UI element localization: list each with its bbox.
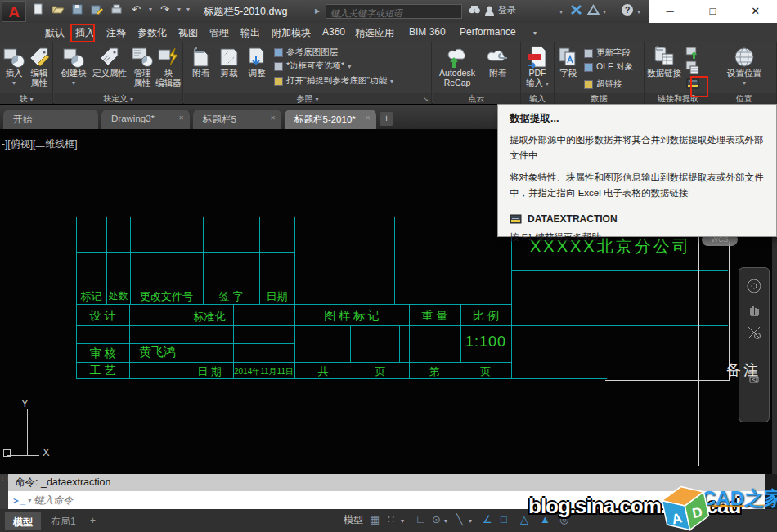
tab-parametric[interactable]: 参数化 — [137, 26, 167, 40]
link-data-button[interactable] — [685, 60, 699, 78]
plot-icon[interactable] — [110, 2, 124, 16]
annotation-monitor-icon[interactable]: ∠ — [483, 513, 492, 525]
data-link-button[interactable]: 数据链接 — [646, 46, 682, 78]
tab-annotate[interactable]: 注释 — [106, 26, 126, 40]
adjust-button[interactable]: 调整 — [244, 46, 270, 78]
maximize-button[interactable]: □ — [691, 0, 734, 23]
save-as-icon[interactable] — [90, 2, 104, 16]
define-attribute-button[interactable]: 定义属性 — [92, 46, 128, 78]
manage-attributes-button[interactable]: 管理 属性 — [129, 46, 155, 87]
isoplane-icon[interactable]: ╲ — [456, 513, 463, 525]
close-button[interactable]: ✕ — [734, 0, 777, 23]
panel-label-data[interactable]: 数据 — [555, 93, 644, 104]
new-drawing-tab-button[interactable]: + — [380, 112, 393, 126]
panel-label-point-cloud[interactable]: 点云 — [433, 93, 520, 104]
undo-caret-icon[interactable]: ▾ — [149, 6, 152, 13]
panel-label-reference[interactable]: 参照 ▾ — [184, 93, 431, 104]
open-file-icon[interactable] — [51, 2, 65, 16]
polar-caret-icon[interactable]: ▾ — [444, 517, 447, 525]
clip-button[interactable]: 剪裁 — [216, 46, 242, 78]
file-tab-titleblock5[interactable]: 标题栏5✕ — [193, 110, 281, 129]
zoom-icon[interactable] — [747, 325, 761, 340]
steering-wheel-icon[interactable] — [746, 278, 762, 294]
edit-attribute-button[interactable]: 编辑 属性 — [27, 46, 52, 87]
save-icon[interactable] — [70, 2, 84, 16]
snap-caret-icon[interactable]: ▾ — [401, 517, 404, 525]
redo-icon[interactable]: ↷ — [158, 2, 172, 16]
help-icon[interactable]: ? — [622, 4, 633, 16]
field-button[interactable]: 字段 — [556, 46, 581, 78]
a360-icon[interactable] — [587, 4, 600, 16]
ribbon-tab-row: 默认 插入 注释 参数化 视图 管理 输出 附加模块 A360 精选应用 BIM… — [0, 23, 777, 42]
grid-display-icon[interactable]: ▦ — [370, 513, 380, 525]
reference-dialog-launcher-icon[interactable]: ↘ — [423, 96, 429, 103]
tab-close-icon[interactable]: ✕ — [270, 114, 276, 122]
new-layout-button[interactable]: + — [82, 512, 104, 530]
update-field-button[interactable]: 更新字段 — [584, 47, 631, 59]
block-editor-button[interactable]: 块 编辑器 — [155, 46, 182, 87]
new-file-icon[interactable] — [31, 2, 45, 16]
tab-bim360[interactable]: BIM 360 — [409, 26, 446, 38]
recent-commands-icon[interactable]: ▾ — [28, 497, 31, 504]
hyperlink-button[interactable]: 超链接 — [584, 78, 622, 90]
dynamic-input-icon[interactable]: △ — [520, 513, 528, 525]
tab-close-icon[interactable]: ✕ — [365, 114, 371, 122]
frame-option-button[interactable]: *边框可变选项* ▾ — [274, 60, 351, 72]
polar-tracking-icon[interactable]: ⊙ — [432, 513, 441, 525]
tab-manage[interactable]: 管理 — [209, 26, 229, 40]
watermark-cube-logo: A D — [659, 484, 712, 532]
a360-caret-icon[interactable]: ▾ — [603, 8, 606, 16]
command-window-grip[interactable]: ⋮⋮ — [0, 474, 8, 509]
object-snap-icon[interactable]: □ — [501, 513, 507, 525]
file-tab-titleblock5-2010[interactable]: 标题栏5-2010*✕ — [285, 110, 376, 129]
search-flyout-icon[interactable]: ▶ — [315, 7, 320, 15]
recap-button[interactable]: Autodesk ReCap — [438, 46, 477, 87]
help-caret-icon[interactable]: ▾ — [637, 8, 640, 16]
signin-button[interactable]: 登录 — [484, 4, 516, 16]
panel-location: 设置位置 ▾ 位置 — [712, 42, 777, 104]
insert-block-button[interactable]: 插入▾ — [2, 46, 26, 87]
ortho-mode-icon[interactable]: ∟ — [415, 513, 426, 525]
app-menu-button[interactable]: A — [2, 1, 26, 22]
help-search-input[interactable] — [326, 7, 461, 20]
tab-default[interactable]: 默认 — [45, 26, 65, 40]
isoplane-caret-icon[interactable]: ▾ — [469, 517, 472, 525]
model-space-toggle[interactable]: 模型 — [344, 513, 363, 527]
create-block-button[interactable]: 创建块▾ — [57, 46, 90, 87]
snap-mode-icon[interactable]: ∷ — [388, 513, 394, 525]
point-cloud-attach-button[interactable]: 附着 — [482, 46, 514, 78]
tab-addins[interactable]: 附加模块 — [272, 26, 311, 40]
ole-object-button[interactable]: OLE 对象 — [584, 61, 633, 73]
tab-view[interactable]: 视图 — [178, 26, 198, 40]
set-location-button[interactable]: 设置位置 ▾ — [725, 46, 763, 87]
layout1-tab[interactable]: 布局1 — [43, 512, 84, 530]
signin-caret-icon[interactable]: ▾ — [559, 8, 563, 16]
pdf-import-button[interactable]: PDF 输入 ▾ — [523, 46, 551, 88]
navigation-bar[interactable] — [739, 267, 770, 422]
panel-label-import[interactable]: 输入 — [521, 93, 554, 104]
ribbon-collapse-icon[interactable]: ▾ — [533, 29, 537, 37]
panel-label-block-definition[interactable]: 块定义 ▾ — [54, 93, 182, 104]
tab-featured[interactable]: 精选应用 — [355, 26, 394, 40]
file-tab-drawing3[interactable]: Drawing3*✕ — [101, 110, 190, 129]
tab-performance[interactable]: Performance — [460, 26, 516, 38]
file-tab-start[interactable]: 开始 — [3, 110, 98, 129]
model-tab[interactable]: 模型 — [5, 512, 41, 530]
panel-label-location[interactable]: 位置 — [712, 93, 776, 104]
panel-label-block[interactable]: 块 ▾ — [0, 93, 52, 104]
tab-a360[interactable]: A360 — [322, 26, 345, 38]
pan-hand-icon[interactable] — [747, 302, 761, 317]
tab-close-icon[interactable]: ✕ — [178, 114, 184, 122]
help-search-box[interactable] — [326, 4, 462, 19]
exchange-apps-icon[interactable] — [570, 4, 582, 16]
tab-output[interactable]: 输出 — [240, 26, 260, 40]
minimize-button[interactable]: ─ — [649, 0, 691, 23]
snap-to-underlay-button[interactable]: 打开"捕捉到参考底图"功能 ▾ — [274, 75, 393, 87]
attach-button[interactable]: 附着 — [188, 46, 214, 78]
search-binoculars-icon[interactable] — [468, 4, 481, 16]
tb-mark-header: 标记 — [76, 289, 106, 304]
viewport-controls[interactable]: -][俯视][二维线框] — [2, 137, 78, 151]
tb-count-header: 处数 — [106, 289, 130, 303]
undo-icon[interactable]: ↶ — [129, 2, 143, 16]
underlay-layers-button[interactable]: 参考底图图层 — [274, 47, 338, 58]
